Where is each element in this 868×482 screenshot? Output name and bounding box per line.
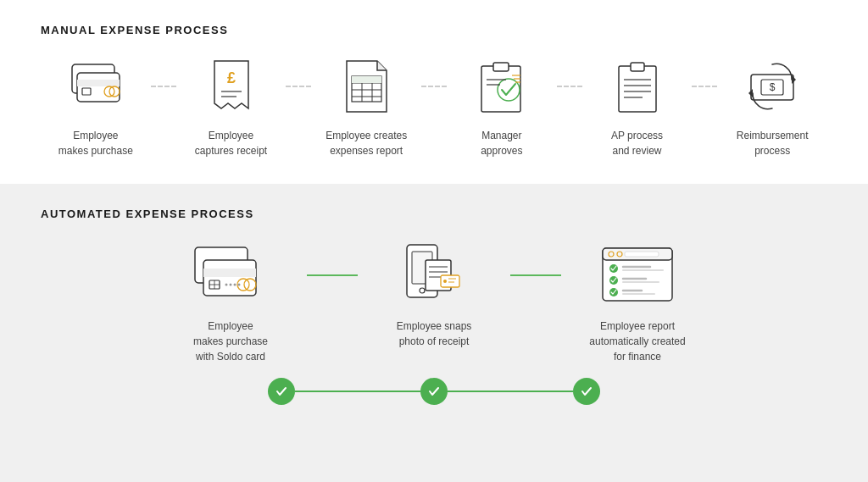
manual-section: MANUAL EXPENSE PROCESS bbox=[0, 0, 868, 184]
check-2-icon bbox=[427, 385, 441, 398]
credit-card-icon bbox=[65, 61, 126, 112]
automated-process-row: Employeemakes purchasewith Soldo card bbox=[41, 241, 827, 364]
manual-step-2: £ Employeecaptures receipt bbox=[176, 57, 287, 158]
manual-step-1: Employeemakes purchase bbox=[41, 57, 151, 158]
auto-step-3-label: Employee reportautomatically createdfor … bbox=[589, 319, 685, 364]
check-line-1 bbox=[295, 391, 420, 392]
check-1-icon bbox=[275, 385, 288, 398]
receipt-icon: £ bbox=[209, 59, 253, 114]
soldo-card-icon-wrap bbox=[188, 241, 273, 308]
approve-icon-wrap bbox=[468, 57, 536, 116]
svg-point-48 bbox=[237, 283, 240, 285]
spreadsheet-icon bbox=[343, 59, 390, 114]
manual-title: MANUAL EXPENSE PROCESS bbox=[41, 24, 827, 36]
manual-step-2-label: Employeecaptures receipt bbox=[195, 128, 267, 158]
svg-rect-2 bbox=[77, 80, 120, 86]
page: MANUAL EXPENSE PROCESS bbox=[0, 0, 868, 482]
check-3 bbox=[573, 378, 600, 405]
svg-text:$: $ bbox=[770, 81, 776, 93]
reimbursement-icon: $ bbox=[743, 61, 802, 112]
auto-connector-2 bbox=[510, 241, 561, 276]
auto-step-1-label: Employeemakes purchasewith Soldo card bbox=[193, 319, 268, 364]
connector-5 bbox=[692, 57, 717, 116]
auto-step-1: Employeemakes purchasewith Soldo card bbox=[154, 241, 307, 364]
svg-point-57 bbox=[443, 280, 447, 283]
finance-report-icon bbox=[599, 243, 676, 307]
automated-section: AUTOMATED EXPENSE PROCESS bbox=[0, 184, 868, 482]
ap-icon bbox=[615, 59, 659, 114]
connector-2 bbox=[286, 57, 311, 116]
manual-step-5: AP processand review bbox=[582, 57, 693, 158]
svg-point-45 bbox=[225, 283, 227, 285]
automated-title: AUTOMATED EXPENSE PROCESS bbox=[41, 208, 827, 220]
reimbursement-icon-wrap: $ bbox=[738, 57, 806, 116]
manual-step-6: $ Reimbursementprocess bbox=[717, 57, 827, 158]
check-line-2 bbox=[448, 391, 573, 392]
manual-step-6-label: Reimbursementprocess bbox=[737, 128, 809, 158]
manual-step-4-label: Managerapproves bbox=[481, 128, 522, 158]
svg-rect-26 bbox=[619, 66, 656, 112]
auto-connector-1 bbox=[307, 241, 358, 276]
manual-step-3-label: Employee createsexpenses report bbox=[326, 128, 407, 158]
manual-step-3: Employee createsexpenses report bbox=[311, 57, 421, 158]
manual-step-5-label: AP processand review bbox=[611, 128, 663, 158]
phone-receipt-icon-wrap bbox=[392, 241, 476, 308]
svg-rect-16 bbox=[362, 76, 372, 83]
manual-process-row: Employeemakes purchase £ Employeecapture… bbox=[41, 57, 827, 158]
finance-report-icon-wrap bbox=[595, 241, 680, 308]
ap-icon-wrap bbox=[604, 57, 671, 116]
connector-1 bbox=[151, 57, 176, 116]
check-2 bbox=[420, 378, 448, 405]
auto-step-2-label: Employee snapsphoto of receipt bbox=[397, 319, 472, 349]
svg-rect-27 bbox=[631, 63, 644, 71]
manual-step-4: Managerapproves bbox=[447, 57, 557, 158]
check-1 bbox=[268, 378, 295, 405]
spreadsheet-icon-wrap bbox=[332, 57, 400, 116]
phone-receipt-icon bbox=[398, 241, 470, 307]
auto-step-2: Employee snapsphoto of receipt bbox=[358, 241, 510, 349]
manual-step-1-label: Employeemakes purchase bbox=[58, 128, 133, 158]
svg-text:£: £ bbox=[226, 69, 235, 86]
credit-card-icon-wrap bbox=[62, 57, 130, 116]
check-row bbox=[41, 378, 827, 405]
svg-point-46 bbox=[229, 283, 231, 285]
receipt-icon-wrap: £ bbox=[198, 57, 265, 116]
connector-3 bbox=[421, 57, 447, 116]
auto-step-3: Employee reportautomatically createdfor … bbox=[561, 241, 714, 364]
approve-icon bbox=[476, 59, 527, 114]
check-3-icon bbox=[580, 385, 593, 398]
svg-rect-15 bbox=[352, 76, 362, 83]
svg-rect-64 bbox=[625, 252, 659, 257]
svg-rect-1 bbox=[77, 73, 120, 102]
connector-4 bbox=[557, 57, 582, 116]
svg-rect-39 bbox=[203, 269, 256, 277]
svg-rect-19 bbox=[493, 63, 509, 71]
svg-point-47 bbox=[233, 283, 236, 285]
soldo-card-icon bbox=[191, 243, 271, 307]
svg-rect-17 bbox=[372, 76, 381, 83]
